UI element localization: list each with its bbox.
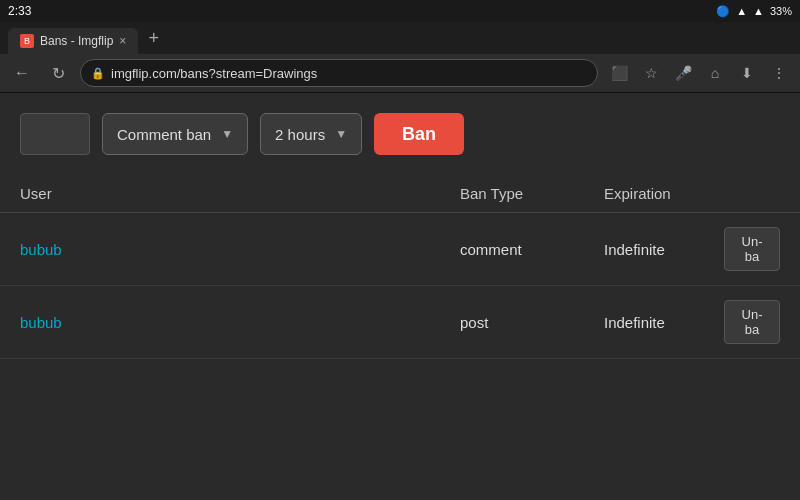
wifi-icon: ▲ <box>753 5 764 17</box>
duration-label: 2 hours <box>275 126 325 143</box>
bans-table: User Ban Type Expiration bubub comment I… <box>0 175 800 359</box>
signal-icon: ▲ <box>736 5 747 17</box>
address-bar[interactable]: 🔒 imgflip.com/bans?stream=Drawings <box>80 59 598 87</box>
status-bar: 2:33 🔵 ▲ ▲ 33% <box>0 0 800 22</box>
user-link-0[interactable]: bubub <box>20 241 62 258</box>
table-header-row: User Ban Type Expiration <box>0 175 800 213</box>
table-row: bubub post Indefinite Un-ba <box>0 286 800 359</box>
tab-favicon: B <box>20 34 34 48</box>
header-user: User <box>0 175 440 213</box>
new-tab-button[interactable]: + <box>142 28 165 49</box>
status-right: 🔵 ▲ ▲ 33% <box>716 5 792 18</box>
cell-ban-type-1: post <box>440 286 584 359</box>
menu-button[interactable]: ⋮ <box>766 60 792 86</box>
cell-user-1: bubub <box>0 286 440 359</box>
ban-button[interactable]: Ban <box>374 113 464 155</box>
cell-ban-type-0: comment <box>440 213 584 286</box>
cast-button[interactable]: ⬛ <box>606 60 632 86</box>
unban-button-0[interactable]: Un-ba <box>724 227 780 271</box>
duration-dropdown[interactable]: 2 hours ▼ <box>260 113 362 155</box>
user-input[interactable] <box>20 113 90 155</box>
tab-bar: B Bans - Imgflip × + <box>0 22 800 54</box>
table-row: bubub comment Indefinite Un-ba <box>0 213 800 286</box>
tab-close-button[interactable]: × <box>119 34 126 48</box>
header-action <box>704 175 800 213</box>
cell-action-1: Un-ba <box>704 286 800 359</box>
status-left: 2:33 <box>8 4 31 18</box>
cell-expiration-0: Indefinite <box>584 213 704 286</box>
active-tab[interactable]: B Bans - Imgflip × <box>8 28 138 54</box>
duration-arrow: ▼ <box>335 127 347 141</box>
time-display: 2:33 <box>8 4 31 18</box>
user-link-1[interactable]: bubub <box>20 314 62 331</box>
ban-type-arrow: ▼ <box>221 127 233 141</box>
bluetooth-icon: 🔵 <box>716 5 730 18</box>
mic-button[interactable]: 🎤 <box>670 60 696 86</box>
home-button[interactable]: ⌂ <box>702 60 728 86</box>
header-expiration: Expiration <box>584 175 704 213</box>
ban-type-dropdown[interactable]: Comment ban ▼ <box>102 113 248 155</box>
lock-icon: 🔒 <box>91 67 105 80</box>
tab-label: Bans - Imgflip <box>40 34 113 48</box>
nav-bar: ← ↻ 🔒 imgflip.com/bans?stream=Drawings ⬛… <box>0 54 800 92</box>
browser-chrome: B Bans - Imgflip × + ← ↻ 🔒 imgflip.com/b… <box>0 22 800 93</box>
url-text: imgflip.com/bans?stream=Drawings <box>111 66 587 81</box>
cell-expiration-1: Indefinite <box>584 286 704 359</box>
back-button[interactable]: ← <box>8 59 36 87</box>
header-ban-type: Ban Type <box>440 175 584 213</box>
cell-action-0: Un-ba <box>704 213 800 286</box>
ban-toolbar: Comment ban ▼ 2 hours ▼ Ban <box>0 93 800 175</box>
ban-type-label: Comment ban <box>117 126 211 143</box>
page-content: Comment ban ▼ 2 hours ▼ Ban User Ban Typ… <box>0 93 800 500</box>
download-button[interactable]: ⬇ <box>734 60 760 86</box>
nav-icons: ⬛ ☆ 🎤 ⌂ ⬇ ⋮ <box>606 60 792 86</box>
cell-user-0: bubub <box>0 213 440 286</box>
reload-button[interactable]: ↻ <box>44 59 72 87</box>
bookmark-button[interactable]: ☆ <box>638 60 664 86</box>
unban-button-1[interactable]: Un-ba <box>724 300 780 344</box>
battery-display: 33% <box>770 5 792 17</box>
